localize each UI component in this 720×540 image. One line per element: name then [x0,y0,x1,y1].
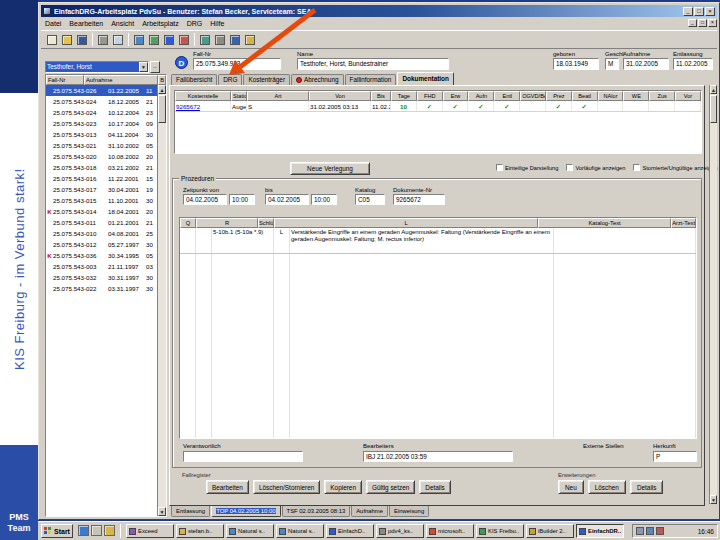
checkbox-icon[interactable] [566,164,573,171]
procedure-column-header[interactable]: Katalog-Text [538,218,671,228]
task-button[interactable]: EinfachDR.. [576,524,624,538]
minimize-button[interactable]: _ [688,19,697,27]
case-list-row[interactable]: 25.075.543-021 31.10.2002 05 [46,140,157,151]
stay-column-header[interactable]: OGVD/Beh [520,91,546,101]
name-field[interactable]: Testhofer, Horst, Bundestrainer [297,58,449,70]
aufnahme-field[interactable]: 31.02.2005 [623,58,669,70]
menu-item[interactable]: Datei [41,20,65,27]
stay-column-header[interactable]: FHD [417,91,443,101]
scroll-up-icon[interactable]: ▲ [710,85,717,94]
checkbox-icon[interactable] [496,164,503,171]
procedure-column-header[interactable]: Schlüssel [258,218,274,228]
von-time-field[interactable]: 10:00 [229,194,255,205]
close-button[interactable]: × [708,19,717,27]
task-button[interactable]: stefan.b.. [176,524,224,538]
chevron-down-icon[interactable]: ▼ [139,62,148,72]
stay-column-header[interactable]: NAlor [598,91,624,101]
main-tab[interactable]: Abrechnung [291,74,343,85]
scroll-up-icon[interactable]: ▲ [158,85,166,94]
case-list-row[interactable]: 25.075.543-018 03.21.2002 21 [46,162,157,173]
task-button[interactable]: Exceed [126,524,174,538]
task-button[interactable]: EinfachD.. [326,524,374,538]
window-titlebar[interactable]: EinfachDRG-Arbeitsplatz PdvSu - Benutzer… [41,5,717,17]
stay-column-header[interactable]: Kostenstelle [175,91,231,101]
main-tab[interactable]: Kostenträger [243,74,290,85]
stay-column-header[interactable]: Entl [494,91,520,101]
bearbeiter-field[interactable]: IBJ 21.02.2005 03:59 [363,451,513,462]
case-list-row[interactable]: 25.075.543-016 11.22.2001 15 [46,173,157,184]
case-list-row[interactable]: 25.075.543-011 01.21.2001 21 [46,217,157,228]
scroll-down-icon[interactable]: ▼ [158,507,166,516]
geschl-field[interactable]: M [605,58,619,70]
stay-column-header[interactable]: Zus [649,91,675,101]
case-list-row[interactable]: K 25.075.543-036 30.34.1995 05 [46,250,157,261]
menu-item[interactable]: DRG [183,20,207,27]
dokument-nr-field[interactable]: 9265672 [393,194,445,205]
extra-action-button[interactable]: Neu [558,480,584,494]
case-list-row[interactable]: 25.075.543-003 21.11.1997 03 [46,261,157,272]
herkunft-field[interactable]: P [653,451,697,462]
new-transfer-button[interactable]: Neue Verlegung [290,162,370,175]
stay-column-header[interactable]: Von [309,91,371,101]
main-tab[interactable]: Dokumentation [397,72,454,85]
case-list-scrollbar[interactable]: ▲ ▼ [157,85,166,516]
record-action-button[interactable]: Details [419,480,451,494]
procedure-row[interactable]: 5-10b.1 (5-10a *.9) L Verstärkende Eingr… [180,228,696,254]
case-list-row[interactable]: 25.075.543-015 11.10.2001 30 [46,195,157,206]
scroll-down-icon[interactable]: ▼ [710,495,717,504]
bis-time-field[interactable]: 10:00 [311,194,337,205]
menu-item[interactable]: Bearbeiten [65,20,107,27]
record-action-button[interactable]: Bearbeiten [206,480,249,494]
main-tab[interactable]: Fallinformation [345,74,397,85]
display-option[interactable]: Einteilige Darstellung [496,164,558,171]
procedure-column-header[interactable]: Arzt-Text [671,218,696,228]
menu-item[interactable]: Arbeitsplatz [138,20,183,27]
stay-column-header[interactable]: Erw [443,91,469,101]
stay-column-header[interactable]: Aufn [468,91,494,101]
scrollbar-thumb[interactable] [710,95,717,123]
case-list-row[interactable]: 25.075.543-024 18.12.2005 21 [46,96,157,107]
minimize-button[interactable]: _ [683,7,693,16]
case-list-row[interactable]: 25.075.543-032 30.31.1997 30 [46,272,157,283]
document-tab[interactable]: Aufnahme [351,506,388,517]
entlassung-field[interactable]: 11.02.2005 [673,58,713,70]
record-action-button[interactable]: Löschen/Stornieren [253,480,320,494]
start-button[interactable]: Start [41,524,73,538]
menu-item[interactable]: Ansicht [107,20,138,27]
display-option[interactable]: Stornierte/Ungültige anzeigen [633,164,717,171]
fallnr-field[interactable]: 25.075.349.923 [193,58,281,70]
patient-combobox[interactable]: Testhofer, Horst ▼ [45,61,149,73]
display-option[interactable]: Vorläufige anzeigen [566,164,625,171]
case-list-row[interactable]: 25.075.543-012 05.27.1997 30 [46,239,157,250]
bis-date-field[interactable]: 04.02.2005 [265,194,309,205]
katalog-field[interactable]: C05 [355,194,385,205]
case-list-column-header[interactable]: Aufnahme [84,75,158,85]
outlook-icon[interactable] [104,525,115,536]
task-button[interactable]: Natural s.. [276,524,324,538]
menu-item[interactable]: Hilfe [206,20,228,27]
document-tab[interactable]: Einweisung [389,506,429,517]
internet-explorer-icon[interactable] [78,525,89,536]
case-list-row[interactable]: 25.075.543-017 30.04.2001 19 [46,184,157,195]
document-tab[interactable]: TOP 04.02.2005 10:00 [211,506,280,517]
case-list-row[interactable]: 25.075.543-020 10.08.2002 20 [46,151,157,162]
extra-action-button[interactable]: Details [630,480,664,494]
geboren-field[interactable]: 18.03.1949 [553,58,599,70]
stay-column-header[interactable]: Tage [391,91,417,101]
case-list-column-header[interactable]: B [158,75,166,85]
scheduler-icon[interactable] [656,527,664,535]
case-list-row[interactable]: 25.075.543-023 10.17.2004 09 [46,118,157,129]
stay-column-header[interactable]: WE [623,91,649,101]
von-date-field[interactable]: 04.02.2005 [183,194,227,205]
stay-column-header[interactable]: Art [247,91,309,101]
record-action-button[interactable]: Kopieren [324,480,362,494]
case-list-column-header[interactable]: Fall-Nr [46,75,84,85]
task-button[interactable]: Natural s.. [226,524,274,538]
checkbox-icon[interactable] [633,164,640,171]
maximize-button[interactable]: □ [694,7,704,16]
scrollbar-thumb[interactable] [158,95,166,123]
browse-patient-button[interactable]: ... [150,61,160,73]
stay-column-header[interactable]: Station [231,91,247,101]
stay-column-header[interactable]: Vor [675,91,701,101]
task-button[interactable]: KIS Freibu.. [476,524,524,538]
